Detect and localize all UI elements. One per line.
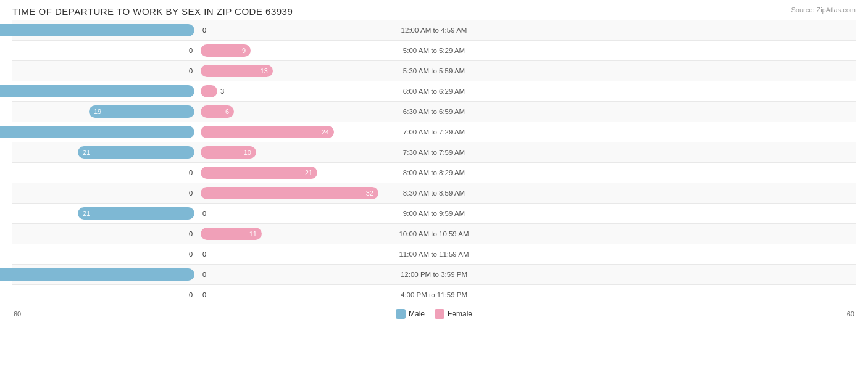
male-bar: 60	[0, 24, 194, 36]
male-section: 43	[12, 265, 198, 284]
female-section: 11	[198, 224, 856, 244]
female-section: 0	[198, 265, 856, 284]
chart-row: 010:00 AM to 10:59 AM11	[12, 224, 856, 244]
chart-row: 04:00 PM to 11:59 PM0	[12, 285, 856, 305]
female-value: 32	[366, 189, 378, 197]
female-section: 32	[198, 183, 856, 203]
row-label: 5:00 AM to 5:29 AM	[403, 47, 465, 54]
legend: Male Female	[396, 309, 472, 319]
female-bar: 32	[201, 187, 378, 199]
chart-title: TIME OF DEPARTURE TO WORK BY SEX IN ZIP …	[12, 6, 856, 17]
male-bar: 43	[0, 268, 194, 281]
male-section: 0	[12, 224, 198, 244]
male-value-zero: 0	[189, 169, 193, 176]
male-value-zero: 0	[189, 250, 193, 258]
female-section: 24	[198, 122, 856, 142]
right-axis-label: 60	[847, 310, 854, 318]
male-bar: 38	[0, 126, 194, 138]
chart-row: 4312:00 PM to 3:59 PM0	[12, 265, 856, 285]
chart-row: 387:00 AM to 7:29 AM24	[12, 122, 856, 142]
female-value: 6	[225, 108, 234, 115]
female-bar	[201, 85, 217, 97]
female-legend-box	[435, 309, 444, 319]
legend-female: Female	[435, 309, 472, 319]
male-value-zero: 0	[189, 189, 193, 197]
chart-row: 6012:00 AM to 4:59 AM0	[12, 20, 856, 41]
female-section: 21	[198, 163, 856, 183]
male-section: 60	[12, 20, 198, 40]
male-section: 19	[12, 102, 198, 122]
chart-row: 08:00 AM to 8:29 AM21	[12, 163, 856, 183]
female-section: 0	[198, 204, 856, 223]
male-bar: 21	[78, 146, 194, 159]
female-section: 0	[198, 20, 856, 40]
male-bar: 19	[89, 105, 194, 118]
chart-container: TIME OF DEPARTURE TO WORK BY SEX IN ZIP …	[0, 0, 868, 367]
chart-row: 196:30 AM to 6:59 AM6	[12, 102, 856, 122]
left-axis-label: 60	[14, 310, 21, 318]
male-section: 21	[12, 204, 198, 223]
female-section: 10	[198, 142, 856, 162]
female-bar: 11	[201, 228, 262, 240]
row-label: 6:00 AM to 6:29 AM	[403, 88, 465, 95]
female-value: 3	[220, 88, 224, 95]
male-section: 0	[12, 163, 198, 183]
male-section: 0	[12, 183, 198, 203]
female-section: 0	[198, 285, 856, 305]
female-bar: 24	[201, 126, 334, 138]
female-section: 6	[198, 102, 856, 122]
female-section: 9	[198, 41, 856, 60]
female-bar: 6	[201, 105, 234, 118]
chart-row: 219:00 AM to 9:59 AM0	[12, 204, 856, 224]
female-legend-label: Female	[448, 310, 472, 318]
male-value-zero: 0	[189, 291, 193, 299]
legend-male: Male	[396, 309, 425, 319]
female-value: 10	[244, 149, 256, 156]
row-label: 7:30 AM to 7:59 AM	[403, 149, 465, 156]
row-label: 12:00 PM to 3:59 PM	[401, 271, 467, 278]
male-section: 0	[12, 61, 198, 81]
male-value: 19	[89, 108, 101, 115]
female-section: 13	[198, 61, 856, 81]
row-label: 12:00 AM to 4:59 AM	[401, 27, 467, 34]
male-value-zero: 0	[189, 230, 193, 237]
chart-row: 05:30 AM to 5:59 AM13	[12, 61, 856, 81]
female-value-zero: 0	[202, 250, 206, 258]
male-legend-box	[396, 309, 406, 319]
chart-row: 011:00 AM to 11:59 AM0	[12, 244, 856, 265]
female-value: 21	[305, 169, 317, 176]
female-section: 3	[198, 81, 856, 101]
female-bar: 21	[201, 167, 317, 179]
row-label: 9:00 AM to 9:59 AM	[403, 210, 465, 217]
row-label: 4:00 PM to 11:59 PM	[401, 291, 467, 299]
male-bar: 55	[0, 85, 194, 97]
male-section: 0	[12, 285, 198, 305]
row-label: 7:00 AM to 7:29 AM	[403, 128, 465, 136]
male-value: 21	[78, 210, 90, 217]
chart-area: 6012:00 AM to 4:59 AM005:00 AM to 5:29 A…	[12, 20, 856, 305]
female-value: 9	[242, 47, 251, 54]
chart-row: 08:30 AM to 8:59 AM32	[12, 183, 856, 204]
female-value-zero: 0	[202, 271, 206, 278]
row-label: 6:30 AM to 6:59 AM	[403, 108, 465, 115]
male-section: 38	[12, 122, 198, 142]
female-value-zero: 0	[202, 27, 206, 34]
row-label: 8:30 AM to 8:59 AM	[403, 189, 465, 197]
row-label: 5:30 AM to 5:59 AM	[403, 67, 465, 75]
female-value-zero: 0	[202, 291, 206, 299]
male-section: 0	[12, 244, 198, 264]
male-value: 21	[78, 149, 90, 156]
male-section: 0	[12, 41, 198, 60]
chart-row: 05:00 AM to 5:29 AM9	[12, 41, 856, 61]
male-legend-label: Male	[409, 310, 425, 318]
female-value-zero: 0	[202, 210, 206, 217]
female-value: 13	[261, 67, 273, 75]
chart-row: 556:00 AM to 6:29 AM3	[12, 81, 856, 102]
female-value: 24	[322, 128, 334, 136]
male-section: 21	[12, 142, 198, 162]
female-section: 0	[198, 244, 856, 264]
male-value-zero: 0	[189, 67, 193, 75]
row-label: 8:00 AM to 8:29 AM	[403, 169, 465, 176]
male-bar: 21	[78, 207, 194, 220]
footer-row: 60 Male Female 60	[12, 309, 856, 319]
